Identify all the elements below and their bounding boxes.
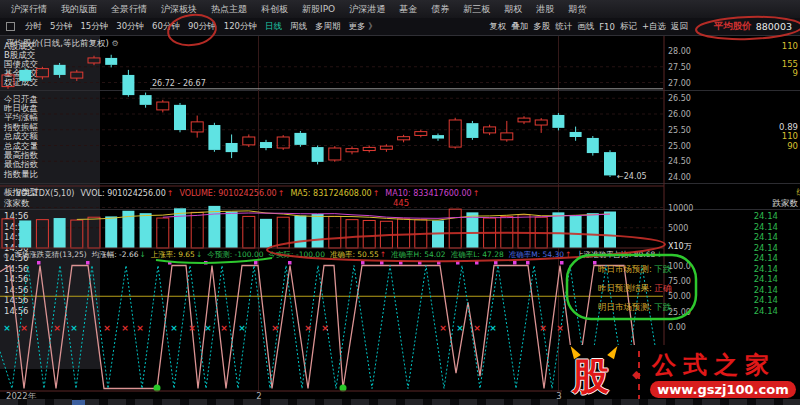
oscillator-indicator-header: ⊙市场涨跌竞猜(13,25)均涨幅: -2.66↓上涨率: 9.65↓今预测: …	[3, 249, 663, 261]
watermark-gu-character: 股	[572, 352, 609, 402]
toolbar-tool-4[interactable]: 画线	[577, 21, 594, 33]
toolbar-tool-6[interactable]: 标记	[620, 21, 637, 33]
timeframe-item-6[interactable]: 120分钟	[224, 21, 257, 33]
indicator-gear-icon[interactable]: ⊙	[3, 189, 10, 198]
svg-text:10000: 10000	[668, 204, 693, 213]
svg-text:27.50: 27.50	[668, 63, 691, 72]
toolbar-tool-2[interactable]: 多股	[533, 21, 550, 33]
svg-text:×: ×	[439, 323, 447, 333]
bottom-status-active-chip[interactable]	[72, 400, 85, 405]
forecast-label: 明日市场预测:	[598, 302, 655, 312]
svg-text:26.50: 26.50	[668, 94, 691, 103]
layout-grid-icon[interactable]	[6, 22, 15, 31]
trend-arrow-icon: ↑	[278, 189, 285, 198]
top-menu-item-7[interactable]: 沪深港通	[342, 3, 392, 16]
forecast-label: 昨日市场预测:	[598, 264, 655, 274]
trend-arrow-icon: ↑	[167, 189, 174, 198]
volume-indicator-header: ⊙VOL-TDX(5,10)VVOL: 901024256.00↑VOLUME:…	[3, 187, 663, 199]
svg-text:×: ×	[271, 323, 279, 333]
trend-arrow-icon: ↑	[380, 250, 386, 259]
svg-text:×: ×	[539, 323, 547, 333]
top-menu-item-9[interactable]: 债券	[424, 3, 456, 16]
timeframe-item-9[interactable]: 多周期	[315, 21, 341, 33]
svg-text:×: ×	[321, 323, 329, 333]
toolbar-tool-3[interactable]: 统计	[555, 21, 572, 33]
toolbar-tool-5[interactable]: F10	[599, 22, 615, 32]
timeframe-item-8[interactable]: 周线	[290, 21, 307, 33]
timeframe-item-2[interactable]: 15分钟	[80, 21, 108, 33]
symbol-code: 880003	[756, 21, 792, 32]
symbol-name[interactable]: 平均股价	[714, 20, 752, 33]
top-menu-item-3[interactable]: 沪深板块	[154, 3, 204, 16]
forecast-value: 正确	[655, 283, 672, 293]
svg-text:25.50: 25.50	[668, 126, 691, 135]
svg-text:×: ×	[53, 323, 61, 333]
main-chart-title-text: 平均股价(日线,等比前复权)	[6, 38, 109, 48]
indicator-value-2: 今预测: -100.00	[207, 250, 263, 260]
diamond-icon: ◆	[632, 368, 640, 381]
indicator-value-1: 上涨率: 9.65↓	[151, 250, 202, 260]
indicator-value-3: 今实际: -100.00	[269, 250, 325, 260]
top-menu-item-12[interactable]: 港股	[529, 3, 561, 16]
symbol-header: 平均股价 880003	[688, 20, 800, 33]
chart-settings-gear-icon[interactable]: ⚙	[112, 39, 119, 48]
svg-text:×: ×	[473, 323, 481, 333]
svg-text:×: ×	[204, 323, 212, 333]
svg-text:×: ×	[170, 323, 178, 333]
top-menu-item-8[interactable]: 基金	[392, 3, 424, 16]
forecast-line-1: 昨日预测结果: 正确	[598, 279, 672, 298]
top-menu-item-1[interactable]: 我的版面	[54, 3, 104, 16]
watermark-site-title: 公式之家	[652, 349, 776, 381]
top-menu-item-2[interactable]: 全景行情	[104, 3, 154, 16]
timeframe-item-3[interactable]: 30分钟	[116, 21, 144, 33]
forecast-label: 昨日预测结果:	[598, 283, 655, 293]
forecast-annotation-box: 昨日市场预测: 下跌昨日预测结果: 正确明日市场预测: 下跌	[598, 260, 672, 317]
timeframe-item-7[interactable]: 日线	[265, 21, 282, 33]
indicator-gear-icon[interactable]: ⊙	[3, 251, 9, 260]
toolbar-tool-0[interactable]: 复权	[489, 21, 506, 33]
svg-text:0.00: 0.00	[668, 323, 686, 332]
indicator-value-2: MA5: 831724608.00↑	[290, 189, 379, 198]
watermark-logo: 股 ◆ 公式之家 www.gszj100.com	[562, 345, 800, 405]
indicator-value-6: 准确率L: 47.28	[451, 250, 504, 260]
svg-text:×: ×	[70, 323, 78, 333]
timeframe-toolbar: 分时5分钟15分钟30分钟60分钟90分钟120分钟日线周线多周期更多 》 复权…	[0, 18, 800, 36]
svg-text:25.00: 25.00	[668, 142, 691, 151]
toolbar-tool-1[interactable]: 叠加	[511, 21, 528, 33]
indicator-value-1: VOLUME: 901024256.00↑	[179, 189, 284, 198]
bottom-status-strip	[0, 399, 800, 405]
trend-arrow-icon: ↓	[656, 250, 662, 259]
top-menu-item-4[interactable]: 热点主题	[204, 3, 254, 16]
top-menu-item-10[interactable]: 新三板	[456, 3, 497, 16]
indicator-value-5: 准确率H: 54.02	[391, 250, 446, 260]
timeframe-group: 分时5分钟15分钟30分钟60分钟90分钟120分钟日线周线多周期更多 》	[0, 21, 377, 33]
top-menu-item-11[interactable]: 期权	[497, 3, 529, 16]
svg-text:×: ×	[556, 323, 564, 333]
toolbar-tool-8[interactable]: 返回	[671, 21, 688, 33]
top-menu-item-5[interactable]: 科创板	[254, 3, 295, 16]
trend-arrow-icon: ↑	[565, 250, 571, 259]
timeframe-item-10[interactable]: 更多 》	[348, 21, 376, 33]
chart-tools-group: 复权叠加多股统计画线F10标记+自选返回	[489, 21, 688, 33]
trend-arrow-icon: ↑	[473, 189, 480, 198]
trend-arrow-icon: ↑	[373, 189, 380, 198]
timeframe-item-5[interactable]: 90分钟	[188, 21, 216, 33]
top-menu-item-13[interactable]: 期货	[561, 3, 593, 16]
toolbar-tool-7[interactable]: +自选	[642, 21, 666, 33]
trading-terminal-window: 26.72 - 26.67←24.05×××××××××××××××××××××…	[0, 0, 800, 405]
indicator-name: 市场涨跌竞猜(13,25)	[14, 250, 86, 260]
indicator-value-4: 准确率: 50.55↑	[330, 250, 386, 260]
timeframe-item-4[interactable]: 60分钟	[152, 21, 180, 33]
forecast-line-0: 昨日市场预测: 下跌	[598, 260, 672, 279]
timeframe-item-0[interactable]: 分时	[25, 21, 42, 33]
timeframe-item-1[interactable]: 5分钟	[50, 21, 72, 33]
indicator-value-0: 均涨幅: -2.66↓	[92, 250, 146, 260]
top-menu-item-6[interactable]: 新股IPO	[295, 3, 342, 16]
top-menu-bar: 沪深行情我的版面全景行情沪深板块热点主题科创板新股IPO沪深港通基金债券新三板期…	[0, 0, 800, 18]
svg-text:×: ×	[121, 323, 129, 333]
svg-text:×: ×	[304, 323, 312, 333]
top-menu-item-0[interactable]: 沪深行情	[4, 3, 54, 16]
svg-text:26.00: 26.00	[668, 110, 691, 119]
svg-text:×: ×	[456, 323, 464, 333]
forecast-line-2: 明日市场预测: 下跌	[598, 298, 672, 317]
